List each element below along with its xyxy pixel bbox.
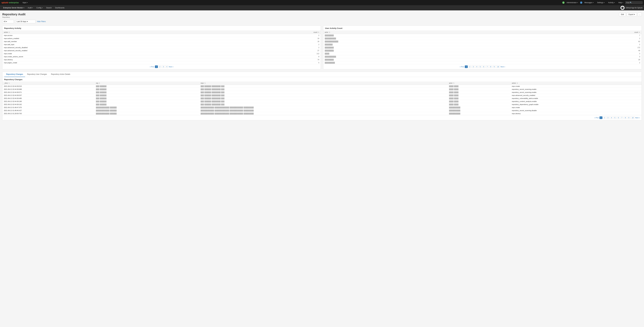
action-sort-icon2[interactable]: ⇅ <box>517 82 518 84</box>
tab-repository-changes[interactable]: Repository Changes <box>4 72 25 77</box>
actor-cell: ████████████ <box>323 40 532 43</box>
config-menu[interactable]: Config ▾ <box>35 5 44 10</box>
activity-chevron-icon: ▾ <box>614 2 615 3</box>
table-row: repo.pages_create5 <box>2 61 321 64</box>
user-activity-title: User Activity Count <box>323 26 642 30</box>
export-button[interactable]: Export ▾ <box>627 13 637 16</box>
dashboards-link[interactable]: Dashboards <box>54 5 66 10</box>
time-sort-icon[interactable]: ⇅ <box>8 82 10 84</box>
settings-menu[interactable]: Settings ▾ <box>596 2 606 4</box>
apps-label: Apps <box>22 2 26 4</box>
table-row: 2021-06-21 02:44:38.162 ███ ██████ ███ █… <box>2 103 642 106</box>
user-activity-page-3[interactable]: 3 <box>472 66 475 68</box>
changes-next[interactable]: Next » <box>635 117 640 118</box>
repo-activity-page-1[interactable]: 1 <box>155 66 158 68</box>
count-cell: 62 <box>532 40 642 43</box>
changes-page-4[interactable]: 4 <box>610 116 613 119</box>
user-activity-page-10[interactable]: 10 <box>496 66 500 68</box>
changes-page-3[interactable]: 3 <box>606 116 609 119</box>
apps-menu[interactable]: Apps ▾ <box>21 2 29 4</box>
actor-sort-icon2[interactable]: ⇅ <box>453 82 454 84</box>
repo-sort-icon[interactable]: ⇅ <box>204 82 206 84</box>
repo-cell: ████████████ █████████████ ████████████ … <box>199 106 448 109</box>
repo-activity-page-3[interactable]: 3 <box>162 66 165 68</box>
table-row: 2021-06-21 01:48:47.075 ████████████ ███… <box>2 106 642 109</box>
more-button[interactable]: ... <box>638 13 642 16</box>
action-cell: repo.destroy <box>510 112 642 115</box>
count-cell: 8 <box>242 55 321 58</box>
count-cell: 3 <box>532 55 642 58</box>
brand-enterprise: enterprise <box>9 2 19 4</box>
actor-cell: ████ ████ <box>448 88 510 91</box>
user-activity-page-7[interactable]: 7 <box>486 66 489 68</box>
help-menu[interactable]: Help ▾ <box>617 2 625 4</box>
messages-menu[interactable]: Messages ▾ <box>583 2 595 4</box>
search-link[interactable]: Search <box>44 5 54 10</box>
changes-page-7[interactable]: 7 <box>620 116 623 119</box>
count-sort-icon[interactable]: ⇅ <box>318 32 319 33</box>
actor-cell: ██████████ <box>448 112 510 115</box>
github-app-label: Github App for Splunk <box>626 7 642 9</box>
col-actor-header2: actor ⇅ <box>448 82 510 85</box>
changes-page-10[interactable]: 10 <box>631 116 634 119</box>
settings-chevron-icon: ▾ <box>604 2 604 3</box>
tab-repository-user-changes[interactable]: Repository User Changes <box>25 72 49 77</box>
repository-activity-title: Repository Activity <box>2 26 321 30</box>
github-app-section: ⚫ Github App for Splunk <box>620 6 642 10</box>
repo-activity-page-4[interactable]: 4 <box>165 66 168 68</box>
changes-page-1[interactable]: 1 <box>600 116 602 119</box>
actor-sort-icon[interactable]: ⇅ <box>329 32 330 33</box>
changes-page-6[interactable]: 6 <box>617 116 620 119</box>
count-cell: 2 <box>242 34 321 37</box>
user-activity-page-8[interactable]: 8 <box>489 66 492 68</box>
table-row: 2021-06-21 02:44:38.180 ███ ██████ ███ █… <box>2 100 642 103</box>
action-cell: repo.create <box>510 106 642 109</box>
export-label: Export <box>628 14 634 16</box>
user-activity-panel: User Activity Count actor ⇅ count ⇅ █ <box>323 26 642 69</box>
table-row: 2021-06-21 02:44:39.515 ███ ██████ ███ █… <box>2 85 642 88</box>
action-sort-icon[interactable]: ⇅ <box>9 32 10 33</box>
count-cell: 172 <box>532 46 642 49</box>
repo-activity-page-2[interactable]: 2 <box>158 66 161 68</box>
app-name[interactable]: Enterprise Server Monitor ▾ <box>2 7 26 9</box>
changes-page-5[interactable]: 5 <box>614 116 616 119</box>
action-cell: repository_secret_scanning.enable <box>510 91 642 94</box>
repo-activity-next[interactable]: Next » <box>169 66 174 68</box>
user-activity-page-1[interactable]: 1 <box>465 66 468 68</box>
repo-activity-prev[interactable]: « Prev <box>150 66 154 68</box>
hide-filters-link[interactable]: Hide Filters <box>37 20 46 22</box>
changes-page-2[interactable]: 2 <box>603 116 606 119</box>
find-box[interactable]: Find 🔍 <box>625 1 642 4</box>
user-activity-page-4[interactable]: 4 <box>475 66 478 68</box>
changes-prev[interactable]: « Prev <box>594 117 599 118</box>
ucount-sort-icon[interactable]: ⇅ <box>639 32 640 33</box>
changes-page-9[interactable]: 9 <box>628 116 630 119</box>
administrator-menu[interactable]: Administrator ▾ <box>565 2 580 4</box>
count-cell: 2 <box>532 43 642 46</box>
activity-menu[interactable]: Activity ▾ <box>606 2 616 4</box>
user-activity-page-2[interactable]: 2 <box>468 66 471 68</box>
count-cell: 40 <box>532 49 642 52</box>
audit-menu[interactable]: Audit ▾ <box>26 5 35 10</box>
action-cell: repository_secret_scanning.disable <box>510 109 642 112</box>
changes-section-title: Repository Changes <box>2 77 642 82</box>
repo-cell: ███ ██████ ████████ ███ <box>199 85 448 88</box>
user-activity-page-5[interactable]: 5 <box>479 66 482 68</box>
user-activity-prev[interactable]: « Prev <box>460 66 464 68</box>
org-sort-icon[interactable]: ⇅ <box>99 82 100 84</box>
action-cell: repo.destroy <box>2 58 242 61</box>
date-filter[interactable]: Last 30 days ▾ <box>15 20 36 23</box>
repository-filter[interactable]: All ▾ <box>2 20 14 23</box>
tab-repository-action-details[interactable]: Repository Action Details <box>49 72 72 77</box>
search-label: Search <box>46 5 52 10</box>
audit-chevron-icon: ▾ <box>32 5 33 10</box>
org-cell: ███ ██████ <box>94 88 199 91</box>
user-activity-page-6[interactable]: 6 <box>482 66 485 68</box>
actor-cell: ████████ <box>323 58 532 61</box>
time-cell: 2021-06-21 02:44:38.162 <box>2 103 94 106</box>
count-cell: 2 <box>242 46 321 49</box>
edit-button[interactable]: Edit <box>619 13 626 16</box>
changes-page-8[interactable]: 8 <box>624 116 627 119</box>
user-activity-next[interactable]: Next » <box>500 66 505 68</box>
user-activity-page-9[interactable]: 9 <box>493 66 496 68</box>
